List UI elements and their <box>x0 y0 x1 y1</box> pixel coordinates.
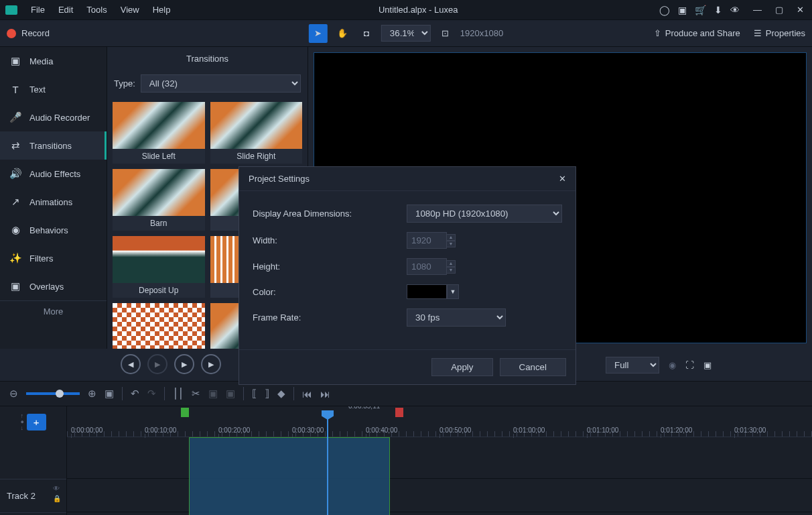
zoom-in-icon[interactable]: ⊕ <box>88 388 96 400</box>
width-spinner[interactable]: ▲▼ <box>446 234 456 247</box>
animations-icon: ↗ <box>9 196 21 208</box>
cancel-button[interactable]: Cancel <box>500 358 567 376</box>
redo-icon[interactable]: ↷ <box>147 388 156 400</box>
color-dropdown[interactable]: ▼ <box>447 284 459 299</box>
sidebar-label: Audio Recorder <box>29 113 90 123</box>
menu-help[interactable]: Help <box>146 5 178 15</box>
track-label: Track 2 <box>7 491 60 501</box>
eye-icon[interactable]: 👁 <box>53 485 61 492</box>
in-marker[interactable] <box>181 408 189 417</box>
color-swatch[interactable] <box>407 284 447 299</box>
paste-icon[interactable]: ▣ <box>226 388 235 400</box>
track-header-1[interactable]: Track 1 👁🔒 <box>0 512 66 515</box>
hand-tool[interactable]: ✋ <box>333 24 352 43</box>
detach-icon[interactable]: ▣ <box>703 360 712 370</box>
width-input[interactable] <box>407 232 447 249</box>
marker-icon[interactable]: ◆ <box>277 388 285 400</box>
transition-thumb[interactable] <box>113 303 205 349</box>
snapshot-icon[interactable]: ◉ <box>669 360 676 370</box>
sidebar-item-animations[interactable]: ↗Animations <box>0 188 107 216</box>
account-icon[interactable]: ◯ <box>659 5 670 15</box>
track-row[interactable] <box>67 512 812 515</box>
prev-frame-button[interactable]: ◀ <box>121 354 141 374</box>
dialog-close-icon[interactable]: ✕ <box>559 174 566 184</box>
track-header-2[interactable]: Track 2 👁🔒 <box>0 479 66 512</box>
go-end-icon[interactable]: ⏭ <box>320 388 330 400</box>
menu-edit[interactable]: Edit <box>52 5 80 15</box>
type-select[interactable]: All (32) <box>141 74 301 93</box>
display-dimensions-label: Display Area Dimensions: <box>253 209 407 219</box>
timeline-clip[interactable] <box>189 437 390 515</box>
go-start-icon[interactable]: ⏮ <box>302 388 312 400</box>
record-label: Record <box>21 28 50 38</box>
copy-icon[interactable]: ▣ <box>208 388 218 400</box>
transition-thumb[interactable]: Slide Right <box>210 102 303 164</box>
transition-thumb[interactable]: Deposit Up <box>113 236 205 298</box>
framerate-select[interactable]: 30 fps <box>407 308 506 327</box>
share-icon: ⇧ <box>654 28 661 38</box>
mark-in-icon[interactable]: ⟦ <box>252 388 257 400</box>
maximize-button[interactable]: ▢ <box>772 5 786 15</box>
out-marker[interactable] <box>395 408 403 417</box>
height-input[interactable] <box>407 258 447 275</box>
transition-thumb[interactable]: Slide Left <box>113 102 205 164</box>
menu-view[interactable]: View <box>114 5 146 15</box>
add-track-button[interactable]: + <box>27 414 46 431</box>
menu-file[interactable]: File <box>24 5 52 15</box>
display-dimensions-select[interactable]: 1080p HD (1920x1080) <box>407 205 562 223</box>
sidebar-label: Audio Effects <box>29 169 80 179</box>
sidebar-item-audio-recorder[interactable]: 🎤Audio Recorder <box>0 103 107 131</box>
apply-button[interactable]: Apply <box>431 358 492 376</box>
sidebar-item-media[interactable]: ▣Media <box>0 47 107 75</box>
reorder-arrows[interactable]: ↑●↓ <box>20 413 23 431</box>
minimize-button[interactable]: — <box>750 5 764 15</box>
cart-icon[interactable]: 🛒 <box>695 5 706 15</box>
undo-icon[interactable]: ↶ <box>131 388 139 400</box>
zoom-out-icon[interactable]: ⊖ <box>9 388 18 400</box>
app-icon <box>5 5 17 15</box>
zoom-slider[interactable] <box>26 392 80 395</box>
stop-button[interactable]: ▶ <box>147 354 167 374</box>
tick-label: 0:00:40;00 <box>366 426 397 434</box>
mark-out-icon[interactable]: ⟧ <box>265 388 269 400</box>
preview-quality-select[interactable]: Full <box>606 357 659 374</box>
sidebar-item-behaviors[interactable]: ◉Behaviors <box>0 216 107 244</box>
next-frame-button[interactable]: ▶ <box>201 354 221 374</box>
sidebar-item-transitions[interactable]: ⇄Transitions <box>0 131 107 160</box>
properties-button[interactable]: ☰ Properties <box>754 28 805 38</box>
fit-tool[interactable]: ⊡ <box>436 24 455 43</box>
transition-thumb[interactable]: Barn <box>113 169 205 231</box>
record-button[interactable]: Record <box>7 28 50 38</box>
crop-tool[interactable]: ◘ <box>357 24 376 43</box>
tick-label: 0:00:00;00 <box>71 426 103 434</box>
playhead[interactable] <box>327 410 328 515</box>
sidebar-item-audio-effects[interactable]: 🔊Audio Effects <box>0 160 107 188</box>
sidebar-item-overlays[interactable]: ▣Overlays <box>0 272 107 300</box>
fullscreen-icon[interactable]: ⛶ <box>685 360 694 370</box>
height-spinner[interactable]: ▲▼ <box>446 260 456 274</box>
pointer-tool[interactable]: ➤ <box>309 24 328 43</box>
sync-icon[interactable]: 👁 <box>730 5 740 15</box>
width-label: Width: <box>253 235 407 245</box>
panel-title: Transitions <box>107 47 308 70</box>
split-icon[interactable]: ⎮⎮ <box>173 388 184 400</box>
sidebar-item-filters[interactable]: ✨Filters <box>0 244 107 272</box>
produce-share-button[interactable]: ⇧ Produce and Share <box>654 28 740 38</box>
menu-tools[interactable]: Tools <box>80 5 113 15</box>
sidebar-more[interactable]: More <box>0 300 107 322</box>
fit-timeline-icon[interactable]: ▣ <box>105 388 114 400</box>
track-area[interactable]: 0:00:00;00 0:00:10;00 0:00:20;00 0:00:30… <box>67 406 812 515</box>
sidebar-label: Overlays <box>29 282 64 292</box>
track-row[interactable] <box>67 479 812 512</box>
timeline-ruler[interactable]: 0:00:00;00 0:00:10;00 0:00:20;00 0:00:30… <box>67 406 812 437</box>
play-button[interactable]: ▶ <box>174 354 194 374</box>
framerate-label: Frame Rate: <box>253 312 407 323</box>
type-label: Type: <box>114 78 135 89</box>
lock-icon[interactable]: 🔒 <box>53 495 61 502</box>
download-icon[interactable]: ⬇ <box>714 5 722 15</box>
zoom-select[interactable]: 36.1% <box>381 25 431 42</box>
save-icon[interactable]: ▣ <box>678 5 687 15</box>
cut-icon[interactable]: ✂ <box>192 388 200 400</box>
sidebar-item-text[interactable]: TText <box>0 75 107 103</box>
close-button[interactable]: ✕ <box>794 5 807 15</box>
